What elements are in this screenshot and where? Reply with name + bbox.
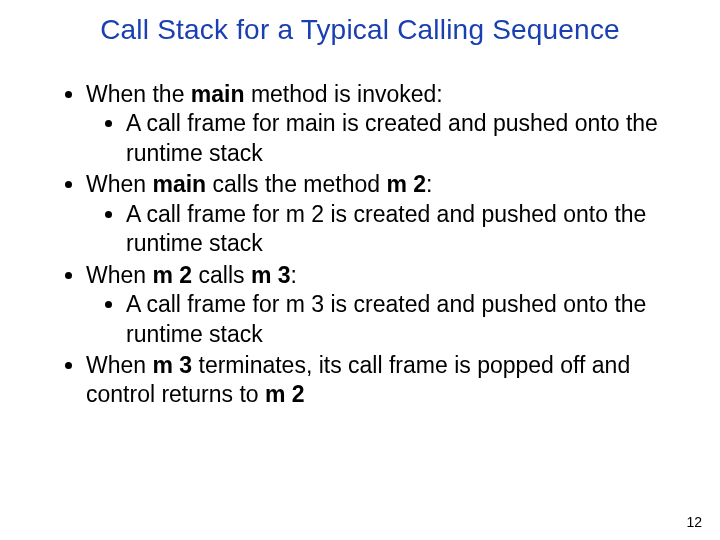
- slide: Call Stack for a Typical Calling Sequenc…: [0, 0, 720, 540]
- bullet-list: When the main method is invoked: A call …: [58, 80, 680, 410]
- sub-bullet-list: A call frame for main is created and pus…: [86, 109, 680, 168]
- text-run: A call frame for main is created and pus…: [126, 110, 658, 165]
- text-bold: m 3: [152, 352, 192, 378]
- text-run: calls the method: [206, 171, 386, 197]
- text-bold: m 2: [152, 262, 192, 288]
- sub-bullet-item: A call frame for m 3 is created and push…: [126, 290, 680, 349]
- bullet-item: When the main method is invoked: A call …: [86, 80, 680, 168]
- text-run: A call frame for m 3 is created and push…: [126, 291, 646, 346]
- page-number: 12: [686, 514, 702, 530]
- text-bold: m 3: [251, 262, 291, 288]
- text-run: When: [86, 352, 152, 378]
- text-bold: m 2: [386, 171, 426, 197]
- text-bold: main: [152, 171, 206, 197]
- sub-bullet-list: A call frame for m 2 is created and push…: [86, 200, 680, 259]
- sub-bullet-item: A call frame for main is created and pus…: [126, 109, 680, 168]
- text-run: :: [291, 262, 297, 288]
- text-run: method is invoked:: [245, 81, 443, 107]
- text-run: When: [86, 171, 152, 197]
- slide-title: Call Stack for a Typical Calling Sequenc…: [0, 14, 720, 46]
- bullet-item: When main calls the method m 2: A call f…: [86, 170, 680, 258]
- bullet-item: When m 3 terminates, its call frame is p…: [86, 351, 680, 410]
- text-run: When: [86, 262, 152, 288]
- bullet-item: When m 2 calls m 3: A call frame for m 3…: [86, 261, 680, 349]
- sub-bullet-list: A call frame for m 3 is created and push…: [86, 290, 680, 349]
- text-run: :: [426, 171, 432, 197]
- text-bold: m 2: [265, 381, 305, 407]
- slide-body: When the main method is invoked: A call …: [58, 80, 680, 412]
- text-run: A call frame for m 2 is created and push…: [126, 201, 646, 256]
- text-run: When the: [86, 81, 191, 107]
- text-run: calls: [192, 262, 251, 288]
- text-bold: main: [191, 81, 245, 107]
- sub-bullet-item: A call frame for m 2 is created and push…: [126, 200, 680, 259]
